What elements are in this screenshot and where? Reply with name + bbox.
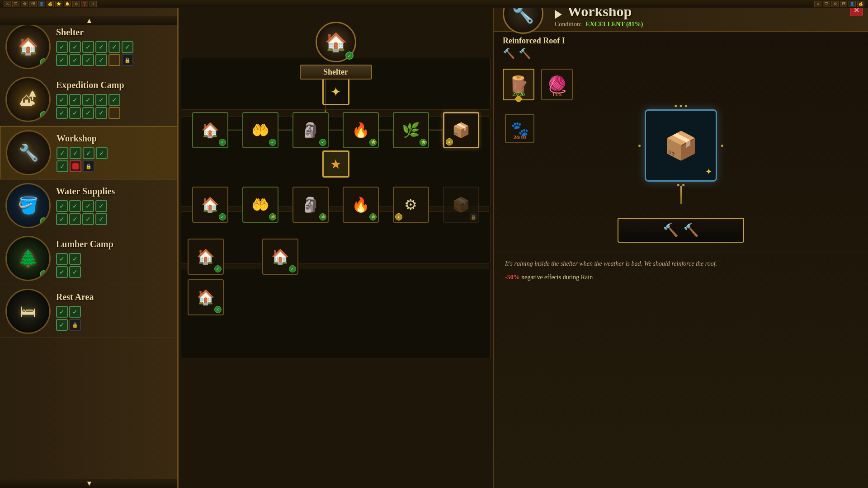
top-icon-1[interactable]: ⚔ — [4, 1, 11, 7]
tier-top-star-node[interactable]: ✦ — [322, 78, 349, 105]
top-icon-5[interactable]: 👤 — [38, 1, 45, 7]
tree-node-t4-shelter1[interactable]: 🏠 ★ ✓ — [188, 239, 224, 275]
node-check-3: ✓ — [319, 139, 326, 146]
top-right-3[interactable]: ⚙ — [831, 1, 839, 7]
top-right-5[interactable]: 👤 — [849, 1, 856, 7]
slot: ✓ — [56, 107, 68, 119]
tree-node-t3-gear[interactable]: ⚙ ● — [393, 187, 429, 223]
sidebar-item-shelter[interactable]: 🏠 ✓ Shelter ✓ ✓ ✓ ✓ ✓ ✓ ✓ ✓ ✓ ✓ — [0, 20, 177, 73]
sidebar-item-lumber-camp[interactable]: 🌲 ✓ Lumber Camp ✓ ✓ ✓ ✓ — [0, 232, 177, 285]
tree-node-t3-fire[interactable]: 🔥 ✓ ★ — [343, 187, 379, 223]
building-main-check: ✓ — [345, 52, 354, 60]
lumber-info: Lumber Camp ✓ ✓ ✓ ✓ — [51, 239, 172, 278]
top-icon-10[interactable]: ❓ — [81, 1, 88, 7]
water-avatar: 🪣 ✓ — [5, 183, 51, 228]
water-name: Water Supplies — [56, 186, 172, 197]
rope-icon-box: 🧶 11/5 — [541, 69, 573, 100]
lumber-name: Lumber Camp — [56, 239, 172, 249]
sidebar-item-expedition-camp[interactable]: 🏕 ✓ Expedition Camp ✓ ✓ ✓ ✓ ✓ ✓ ✓ ✓ ✓ — [0, 73, 177, 126]
gear-top-dots: ●●● — [674, 103, 688, 109]
water-info: Water Supplies ✓ ✓ ✓ ✓ ✓ ✓ ✓ ✓ — [51, 186, 172, 225]
scroll-up-button[interactable]: ▲ — [0, 16, 179, 25]
water-icon: 🪣 — [18, 196, 38, 215]
top-icon-4[interactable]: 🗺 — [29, 1, 37, 7]
slot: ✓ — [69, 306, 81, 318]
tree-container: 🏠 ✓ Shelter ✦ — [179, 8, 493, 488]
slot: ✓ — [69, 41, 81, 53]
top-right-2[interactable]: 🛡 — [823, 1, 830, 7]
top-right-4[interactable]: 🗺 — [840, 1, 847, 7]
workshop-info: Workshop ✓ ✓ ✓ ✓ ✓ 🔒 — [51, 133, 171, 172]
tier-2-star-area: ★ — [185, 150, 486, 178]
building-main-avatar: 🏠 ✓ — [316, 22, 356, 62]
tree-node-fire2[interactable]: 🌿 ✓ ★ — [393, 112, 429, 148]
slot: ✓ — [82, 213, 94, 225]
top-icon-9[interactable]: ⚙ — [72, 1, 80, 7]
condition-value: EXCELLENT (81%) — [585, 21, 643, 28]
top-right-1[interactable]: ⚔ — [814, 1, 821, 7]
materials-section: 🪵 23/20 🧶 11/5 — [494, 64, 868, 105]
lumber-icon: 🌲 — [18, 249, 38, 268]
rest-name: Rest Area — [56, 292, 172, 302]
tree-node-t3-totem[interactable]: 🗿 ✓ ★ — [292, 187, 329, 223]
central-area: 🐾 24/10 ●●● ●● ● ● 📦 ✦ — [494, 105, 868, 213]
expedition-icon: 🏕 — [20, 90, 36, 109]
build-hammer-2: 🔨 — [683, 223, 699, 238]
workshop-row-1: ✓ ✓ ✓ ✓ — [57, 147, 171, 159]
top-icon-3[interactable]: ⚙ — [21, 1, 28, 7]
top-icon-11[interactable]: ⏸ — [90, 1, 97, 7]
sidebar-item-workshop[interactable]: 🔧 Workshop ✓ ✓ ✓ ✓ ✓ 🔒 — [0, 126, 177, 179]
slot: ✓ — [95, 107, 107, 119]
shelter-info: Shelter ✓ ✓ ✓ ✓ ✓ ✓ ✓ ✓ ✓ ✓ 🔒 — [51, 27, 172, 66]
top-icon-6[interactable]: 💰 — [47, 1, 54, 7]
top-right-6[interactable]: 💰 — [857, 1, 864, 7]
tree-node-chest-selected[interactable]: 📦 ● — [443, 112, 479, 148]
tree-node-fire1[interactable]: 🔥 ✓ ★ — [343, 112, 379, 148]
rest-row-2: ✓ 🔒 — [56, 319, 172, 331]
sidebar: ▲ 🏠 ✓ Shelter ✓ ✓ ✓ ✓ ✓ ✓ ✓ ✓ ✓ — [0, 8, 179, 488]
tier-2-star-node[interactable]: ★ — [322, 150, 349, 178]
tree-node-t3-hands[interactable]: 🤲 ✓ ★ — [242, 187, 278, 223]
node-icon: 🏠 — [197, 248, 215, 265]
slot: ✓ — [95, 54, 107, 66]
node-check-t4-1: ✓ — [214, 265, 222, 272]
right-panel: 🔧 Workshop Condition: EXCELLENT (81%) ✕ … — [493, 0, 868, 488]
slot: ✓ — [57, 147, 68, 159]
node-check-t4-2: ✓ — [289, 265, 296, 272]
tree-node-shelter-base[interactable]: 🏠 ✓ — [192, 112, 228, 148]
wood-icon-box: 🪵 23/20 — [503, 69, 534, 100]
expedition-info: Expedition Camp ✓ ✓ ✓ ✓ ✓ ✓ ✓ ✓ ✓ — [51, 80, 172, 119]
tree-node-t4b-1[interactable]: 🏠 ★ ✓ — [188, 279, 224, 315]
tree-node-t3-locked[interactable]: 📦 🔒 — [443, 187, 479, 223]
sidebar-item-rest-area[interactable]: 🛏 Rest Area ✓ ✓ ✓ 🔒 — [0, 285, 177, 338]
workshop-avatar: 🔧 — [6, 130, 51, 175]
rope-count: 11/5 — [542, 91, 572, 98]
node-icon: 🔥 — [352, 122, 370, 139]
scroll-down-button[interactable]: ▼ — [0, 479, 179, 488]
wood-coin — [515, 96, 522, 102]
slot: 🔒 — [83, 160, 94, 172]
node-icon: 🏠 — [201, 196, 219, 213]
top-icon-8[interactable]: 🔔 — [64, 1, 71, 7]
sidebar-item-water-supplies[interactable]: 🪣 ✓ Water Supplies ✓ ✓ ✓ ✓ ✓ ✓ ✓ ✓ — [0, 179, 177, 232]
shelter-row-2: ✓ ✓ ✓ ✓ 🔒 — [56, 54, 172, 66]
rest-icon: 🛏 — [20, 302, 36, 321]
condition-line: Condition: EXCELLENT (81%) — [555, 21, 861, 28]
build-btn-area: 🔨 🔨 — [494, 213, 868, 247]
slot: ✓ — [69, 54, 81, 66]
tree-node-t3-shelter[interactable]: 🏠 ★ ✓ — [192, 187, 228, 223]
slot — [70, 160, 81, 172]
slot: ✓ — [69, 266, 81, 278]
workshop-icon: 🔧 — [19, 143, 39, 162]
top-icon-2[interactable]: 🛡 — [12, 1, 19, 7]
tree-node-hands[interactable]: 🤲 ✓ — [242, 112, 278, 148]
slot: ✓ — [108, 41, 120, 53]
tree-node-totem[interactable]: 🗿 ✓ — [292, 112, 329, 148]
top-icon-7[interactable]: ⭐ — [55, 1, 62, 7]
slot: ✓ — [69, 94, 81, 106]
central-node-box[interactable]: 📦 ✦ — [645, 109, 717, 182]
tree-node-t4-shelter2[interactable]: 🏠 ★ ✓ — [262, 239, 298, 275]
slot: ✓ — [82, 94, 94, 106]
building-main-icon: 🏠 — [325, 32, 347, 53]
build-button[interactable]: 🔨 🔨 — [618, 218, 744, 243]
